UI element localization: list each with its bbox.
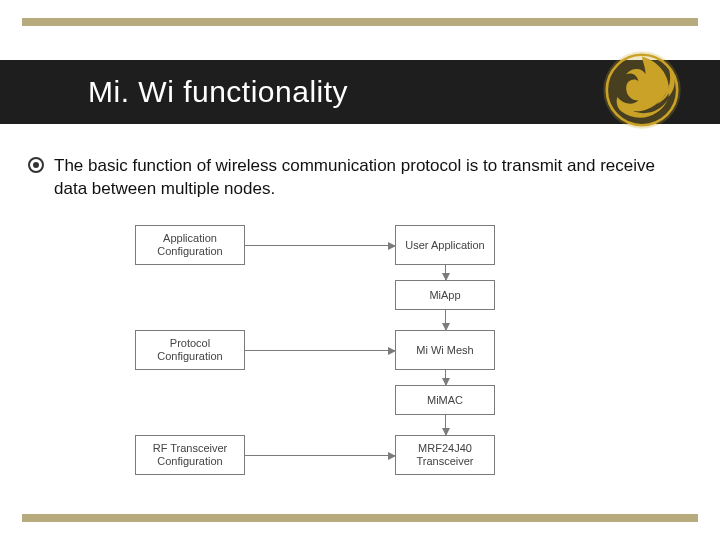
bottom-accent-bar bbox=[22, 514, 698, 522]
pegasus-icon bbox=[598, 46, 686, 134]
arrow-appconfig-to-userapp bbox=[245, 245, 395, 246]
box-transceiver: MRF24J40 Transceiver bbox=[395, 435, 495, 475]
arrow-rfconfig-to-transceiver bbox=[245, 455, 395, 456]
bullet-item: The basic function of wireless communica… bbox=[28, 155, 692, 201]
arrow-mimac-to-transceiver bbox=[445, 415, 446, 435]
box-mimac: MiMAC bbox=[395, 385, 495, 415]
bullet-text: The basic function of wireless communica… bbox=[54, 155, 692, 201]
top-accent-bar bbox=[22, 18, 698, 26]
box-rf-config: RF Transceiver Configuration bbox=[135, 435, 245, 475]
box-miapp: MiApp bbox=[395, 280, 495, 310]
slide-title: Mi. Wi functionality bbox=[88, 75, 348, 109]
target-bullet-icon bbox=[28, 157, 44, 173]
ucf-pegasus-logo bbox=[598, 46, 686, 134]
box-app-config: Application Configuration bbox=[135, 225, 245, 265]
box-user-app: User Application bbox=[395, 225, 495, 265]
arrow-mesh-to-mimac bbox=[445, 370, 446, 385]
arrow-protoconfig-to-mesh bbox=[245, 350, 395, 351]
arrow-userapp-to-miapp bbox=[445, 265, 446, 280]
arrow-miapp-to-mesh bbox=[445, 310, 446, 330]
box-miwi-mesh: Mi Wi Mesh bbox=[395, 330, 495, 370]
box-protocol-config: Protocol Configuration bbox=[135, 330, 245, 370]
